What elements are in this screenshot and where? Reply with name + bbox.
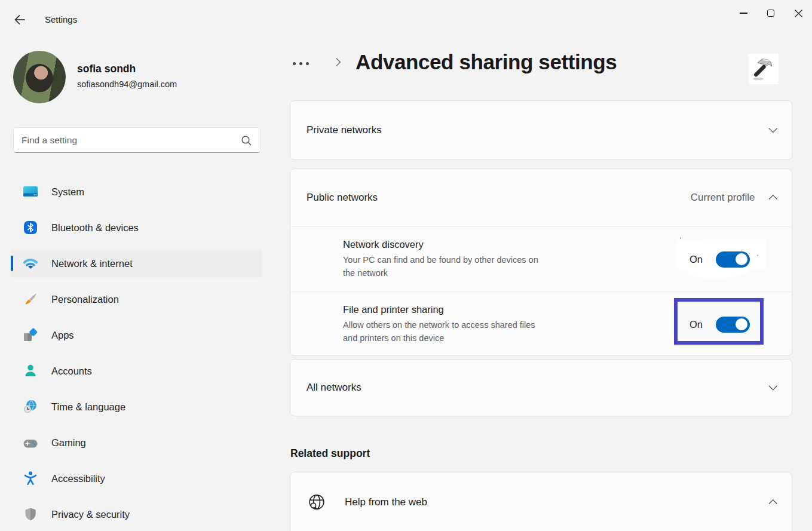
sidebar-item-label: Network & internet — [51, 258, 133, 269]
chevron-down-icon[interactable] — [769, 124, 777, 132]
file-printer-sharing-title: File and printer sharing — [343, 304, 535, 315]
sidebar-item-time-language[interactable]: Time & language — [11, 392, 262, 421]
sidebar-item-bluetooth-devices[interactable]: Bluetooth & devices — [11, 213, 262, 242]
current-profile-badge: Current profile — [691, 192, 755, 204]
file-printer-sharing-description: Allow others on the network to access sh… — [343, 318, 535, 345]
maximize-button[interactable] — [757, 0, 785, 26]
network-discovery-row: Network discovery Your PC can find and b… — [290, 227, 792, 291]
related-support-heading: Related support — [290, 447, 370, 460]
hammer-cursor-icon — [749, 54, 779, 84]
annotation-artifact — [680, 237, 682, 239]
paintbrush-icon — [23, 291, 38, 307]
minimize-button[interactable] — [730, 0, 757, 26]
annotation-artifact — [757, 254, 759, 256]
system-icon — [23, 184, 38, 199]
public-networks-expander: Public networks Current profile Network … — [290, 168, 792, 356]
page-title: Advanced sharing settings — [356, 50, 617, 74]
sidebar-item-personalization[interactable]: Personalization — [11, 285, 262, 314]
app-title: Settings — [45, 14, 77, 24]
all-networks-title: All networks — [307, 382, 361, 394]
globe-search-icon — [307, 492, 327, 512]
search-input[interactable]: Find a setting — [13, 127, 261, 153]
maximize-icon — [767, 10, 774, 17]
file-printer-sharing-row: File and printer sharing Allow others on… — [290, 291, 792, 357]
back-arrow-icon — [13, 13, 26, 26]
globe-clock-icon — [23, 399, 38, 415]
sidebar-item-label: System — [51, 186, 84, 198]
network-discovery-description: Your PC can find and be found by other d… — [343, 253, 538, 280]
sidebar-item-label: Bluetooth & devices — [51, 222, 139, 234]
toggle-knob — [736, 318, 747, 330]
network-discovery-title: Network discovery — [343, 239, 538, 250]
network-discovery-toggle-label: On — [690, 254, 703, 265]
sidebar-item-label: Apps — [51, 330, 74, 341]
sidebar-item-label: Accessibility — [51, 473, 105, 484]
sidebar-item-label: Privacy & security — [51, 509, 130, 520]
shield-icon — [23, 507, 38, 522]
close-icon — [794, 9, 803, 18]
sidebar-nav: System Bluetooth & devices Network & int… — [11, 177, 262, 531]
chevron-up-icon[interactable] — [769, 500, 777, 508]
network-discovery-toggle[interactable] — [716, 251, 750, 268]
toggle-knob — [736, 253, 747, 265]
person-icon — [23, 363, 38, 379]
help-from-web-title: Help from the web — [345, 496, 427, 508]
chevron-down-icon[interactable] — [769, 382, 777, 389]
apps-icon — [23, 327, 38, 343]
chevron-up-icon[interactable] — [769, 195, 777, 203]
sidebar-item-label: Personalization — [51, 294, 119, 305]
gamepad-icon — [23, 435, 38, 450]
accessibility-icon — [23, 471, 38, 486]
sidebar-item-gaming[interactable]: Gaming — [11, 428, 262, 457]
sidebar-item-apps[interactable]: Apps — [11, 321, 262, 349]
public-networks-header[interactable]: Public networks Current profile — [290, 169, 792, 227]
file-printer-sharing-toggle-label: On — [690, 319, 703, 330]
sidebar-item-system[interactable]: System — [11, 177, 262, 206]
wifi-icon — [23, 256, 38, 271]
search-icon — [240, 134, 252, 146]
sidebar-item-label: Accounts — [51, 366, 92, 377]
breadcrumb-ellipsis[interactable] — [293, 62, 309, 65]
private-networks-expander[interactable]: Private networks — [290, 100, 792, 160]
sidebar-item-label: Gaming — [51, 437, 86, 449]
bluetooth-icon — [23, 220, 38, 235]
sidebar-item-accessibility[interactable]: Accessibility — [11, 464, 262, 493]
private-networks-title: Private networks — [307, 124, 382, 136]
minimize-icon — [740, 13, 747, 14]
sidebar-item-label: Time & language — [51, 401, 125, 413]
search-placeholder: Find a setting — [22, 135, 77, 146]
public-networks-title: Public networks — [307, 192, 378, 204]
back-button[interactable] — [11, 11, 29, 28]
chevron-right-icon — [332, 58, 341, 66]
all-networks-expander[interactable]: All networks — [290, 359, 792, 416]
selected-indicator — [11, 256, 13, 271]
help-from-web-expander[interactable]: Help from the web — [290, 472, 792, 531]
close-button[interactable] — [785, 0, 812, 26]
profile-name: sofia sondh — [77, 63, 136, 75]
profile-email: sofiasondh94@gmail.com — [77, 79, 177, 89]
sidebar-item-network-internet[interactable]: Network & internet — [11, 249, 262, 278]
sidebar-item-privacy-security[interactable]: Privacy & security — [11, 500, 262, 529]
file-printer-sharing-toggle[interactable] — [716, 317, 750, 333]
avatar[interactable] — [13, 51, 66, 103]
sidebar-item-accounts[interactable]: Accounts — [11, 357, 262, 385]
window-controls — [730, 0, 812, 26]
